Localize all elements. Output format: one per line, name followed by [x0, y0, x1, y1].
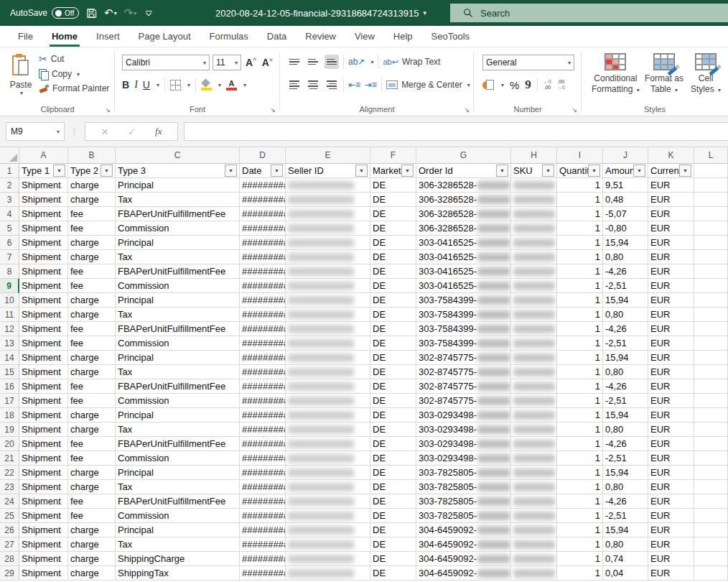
cell-seller-id[interactable]: [286, 509, 370, 523]
cell-date[interactable]: #########: [240, 537, 286, 552]
row-number-15[interactable]: 15: [0, 365, 19, 379]
cell-type3[interactable]: Tax: [116, 537, 240, 552]
tab-help[interactable]: Help: [384, 25, 422, 47]
row-number-4[interactable]: 4: [0, 207, 19, 221]
row-number-27[interactable]: 27: [0, 537, 19, 552]
cell-order-id[interactable]: 304-6459092-: [416, 552, 511, 566]
column-header-L[interactable]: L: [694, 147, 728, 164]
cell-seller-id[interactable]: [286, 193, 370, 207]
row-number-16[interactable]: 16: [0, 379, 19, 394]
cell-type3[interactable]: Principal: [116, 408, 240, 422]
cell-market[interactable]: DE: [370, 322, 416, 336]
cell-quantity[interactable]: 1: [557, 523, 603, 537]
accounting-dropdown-icon[interactable]: ▾: [501, 82, 504, 88]
font-color-icon[interactable]: A: [226, 80, 237, 91]
paste-dropdown-icon[interactable]: ▾: [20, 90, 23, 96]
cell-amount[interactable]: -4,26: [603, 437, 648, 451]
cell-date[interactable]: #########: [240, 552, 286, 566]
cell-seller-id[interactable]: [286, 494, 370, 509]
autosave-toggle[interactable]: AutoSave Off: [10, 7, 79, 19]
cell-market[interactable]: DE: [370, 221, 416, 236]
format-painter-button[interactable]: Format Painter: [39, 83, 109, 93]
cell-currency[interactable]: EUR: [648, 509, 694, 523]
cell-sku[interactable]: [511, 494, 557, 509]
cell-type1[interactable]: Shipment: [19, 336, 68, 351]
cell-currency[interactable]: EUR: [648, 365, 694, 379]
cell-type3[interactable]: Principal: [116, 523, 240, 537]
cell-type1[interactable]: Shipment: [19, 422, 68, 437]
row-number-12[interactable]: 12: [0, 322, 19, 336]
conditional-formatting-button[interactable]: Conditional Formatting ▾: [592, 53, 640, 96]
cell-date[interactable]: #########: [240, 365, 286, 379]
cell-quantity[interactable]: 1: [557, 451, 603, 466]
cell-amount[interactable]: 0,80: [603, 537, 648, 552]
cell-empty[interactable]: [694, 336, 728, 351]
row-number-21[interactable]: 21: [0, 451, 19, 466]
cell-type1[interactable]: Shipment: [19, 566, 68, 581]
cell-sku[interactable]: [511, 308, 557, 322]
cell-type2[interactable]: fee: [68, 437, 116, 451]
cell-market[interactable]: DE: [370, 537, 416, 552]
cell-currency[interactable]: EUR: [648, 494, 694, 509]
cell-type3[interactable]: Tax: [116, 193, 240, 207]
cell-amount[interactable]: 15,94: [603, 466, 648, 480]
cell-sku[interactable]: [511, 365, 557, 379]
cell-quantity[interactable]: 1: [557, 293, 603, 308]
cell-type3[interactable]: FBAPerUnitFulfillmentFee: [116, 494, 240, 509]
cell-sku[interactable]: [511, 236, 557, 250]
cell-seller-id[interactable]: [286, 408, 370, 422]
cell-order-id[interactable]: 303-0293498-: [416, 422, 511, 437]
cell-empty[interactable]: [694, 494, 728, 509]
cell-quantity[interactable]: 1: [557, 207, 603, 221]
cell-quantity[interactable]: 1: [557, 322, 603, 336]
cell-type2[interactable]: charge: [68, 422, 116, 437]
row-number-6[interactable]: 6: [0, 236, 19, 250]
cell-sku[interactable]: [511, 250, 557, 264]
comma-style-button[interactable]: 9: [525, 78, 531, 92]
cell-empty[interactable]: [694, 480, 728, 494]
cell-currency[interactable]: EUR: [648, 451, 694, 466]
document-title[interactable]: 2020-08-24-12-05-financial-2931868472431…: [215, 8, 426, 19]
cell-type2[interactable]: charge: [68, 566, 116, 581]
align-center-button[interactable]: [306, 78, 320, 92]
cell-amount[interactable]: 0,80: [603, 308, 648, 322]
filter-dropdown-icon[interactable]: ▼: [101, 165, 113, 177]
cell-seller-id[interactable]: [286, 466, 370, 480]
middle-align-button[interactable]: [306, 55, 320, 69]
cell-L1[interactable]: [694, 164, 728, 178]
cell-seller-id[interactable]: [286, 523, 370, 537]
orientation-dropdown-icon[interactable]: ▾: [370, 59, 373, 65]
tab-review[interactable]: Review: [296, 25, 345, 47]
cell-type1[interactable]: Shipment: [19, 236, 68, 250]
cell-date[interactable]: #########: [240, 193, 286, 207]
cell-seller-id[interactable]: [286, 451, 370, 466]
fill-color-icon[interactable]: [201, 80, 212, 91]
cell-empty[interactable]: [694, 523, 728, 537]
tab-home[interactable]: Home: [42, 25, 87, 47]
cell-type1[interactable]: Shipment: [19, 379, 68, 394]
cell-empty[interactable]: [694, 236, 728, 250]
cell-quantity[interactable]: 1: [557, 394, 603, 408]
cell-quantity[interactable]: 1: [557, 221, 603, 236]
cell-type1[interactable]: Shipment: [19, 552, 68, 566]
cell-seller-id[interactable]: [286, 480, 370, 494]
paste-button[interactable]: Paste ▾: [6, 53, 36, 105]
filter-header-currency[interactable]: Currency▼: [648, 164, 694, 178]
cell-empty[interactable]: [694, 279, 728, 293]
cell-date[interactable]: #########: [240, 408, 286, 422]
cell-currency[interactable]: EUR: [648, 336, 694, 351]
cell-date[interactable]: #########: [240, 178, 286, 193]
cell-type2[interactable]: fee: [68, 494, 116, 509]
cut-button[interactable]: ✂Cut: [39, 53, 109, 65]
cell-amount[interactable]: 0,80: [603, 250, 648, 264]
select-all-button[interactable]: [0, 147, 19, 164]
cell-seller-id[interactable]: [286, 336, 370, 351]
cell-type3[interactable]: Principal: [116, 351, 240, 365]
cell-market[interactable]: DE: [370, 336, 416, 351]
cell-market[interactable]: DE: [370, 178, 416, 193]
cell-amount[interactable]: -4,26: [603, 379, 648, 394]
copy-button[interactable]: Copy▾: [39, 69, 109, 79]
cell-type1[interactable]: Shipment: [19, 279, 68, 293]
cell-order-id[interactable]: 302-8745775-: [416, 379, 511, 394]
cell-market[interactable]: DE: [370, 351, 416, 365]
